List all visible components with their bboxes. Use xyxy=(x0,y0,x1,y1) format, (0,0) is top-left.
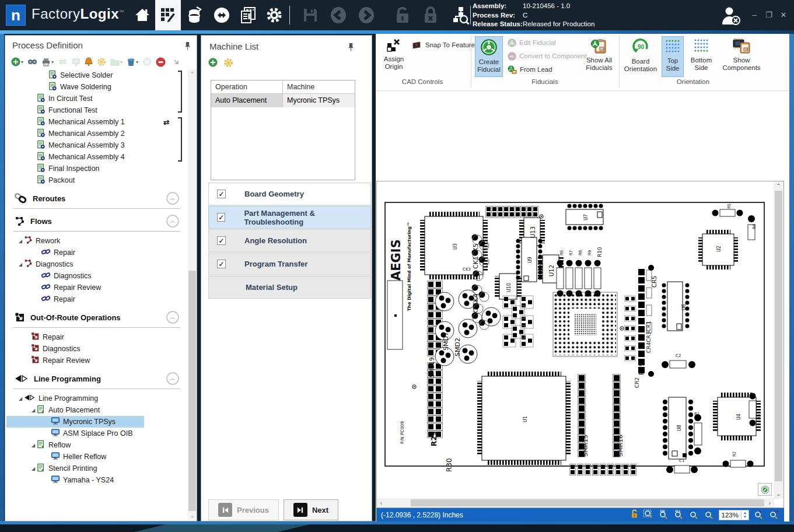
collapse-button[interactable]: ︿ xyxy=(166,192,179,205)
find-button[interactable] xyxy=(27,58,37,66)
previous-button[interactable]: Previous xyxy=(208,499,279,520)
add-machine-button[interactable] xyxy=(208,58,218,70)
zoom-out-double-icon[interactable]: -- xyxy=(688,509,699,521)
expander-icon[interactable]: ◢ xyxy=(17,396,24,401)
viewer-vertical-scrollbar[interactable]: ⌃ ⌄ xyxy=(774,181,783,498)
tree-item-packout[interactable]: Packout xyxy=(6,174,187,186)
step-program-transfer[interactable]: ✓Program Transfer xyxy=(208,253,371,275)
machine-settings-button[interactable] xyxy=(223,58,233,70)
zoom-in-double-icon[interactable]: ++ xyxy=(769,509,781,521)
cad-viewer[interactable]: AEGISThe Digital Mind of Manufacturing™P… xyxy=(376,181,784,508)
tree-item-oor-diagnostics[interactable]: Diagnostics xyxy=(6,343,187,355)
board-view-button[interactable] xyxy=(72,58,81,66)
scroll-thumb[interactable] xyxy=(188,271,196,511)
scroll-right-icon[interactable]: › xyxy=(765,498,774,508)
tree-item-in-circuit-test[interactable]: In Circuit Test xyxy=(6,93,187,104)
show-components-button[interactable]: OK Show Components xyxy=(720,36,763,77)
spinner-up-icon[interactable]: ▲ xyxy=(743,511,747,515)
zoom-in-icon[interactable]: + xyxy=(754,509,764,521)
lock-revoke-button[interactable] xyxy=(418,0,443,30)
scroll-thumb[interactable] xyxy=(775,191,782,481)
tree-item-stencil-printing[interactable]: ◢Stencil Printing xyxy=(6,463,187,474)
pin-icon[interactable] xyxy=(184,41,191,52)
tree-item-mechanical-assembly-2[interactable]: Mechanical Assembly 2 xyxy=(6,128,187,139)
alert-button[interactable] xyxy=(85,57,93,66)
tree-item-yamaha-ys24[interactable]: Yamaha - YS24 xyxy=(6,474,187,486)
collapse-button[interactable]: ︿ xyxy=(166,215,179,228)
swap-operations-button[interactable] xyxy=(58,58,68,66)
zoom-out-icon[interactable]: - xyxy=(704,509,714,521)
tree-item-line-programming[interactable]: ◢Line Programming xyxy=(6,393,187,404)
tree-item-oor-repair[interactable]: Repair xyxy=(6,331,187,343)
refresh-button[interactable] xyxy=(142,57,152,66)
unlock-button[interactable] xyxy=(390,0,415,30)
tree-item-diagnostics-flow[interactable]: ◢Diagnostics xyxy=(6,258,187,270)
tree-item-reflow[interactable]: ◢Reflow xyxy=(6,439,187,451)
export-button[interactable]: ▾ xyxy=(110,58,123,66)
board-orientation-button[interactable]: 90 Board Orientation xyxy=(622,36,659,77)
tree-item-selective-solder[interactable]: Selective Solder xyxy=(6,69,187,81)
tree-item-repair-review[interactable]: Repair Review xyxy=(6,282,187,293)
expander-icon[interactable]: ◢ xyxy=(17,262,24,267)
expander-icon[interactable]: ◢ xyxy=(17,239,24,244)
tree-item-auto-placement[interactable]: ◢Auto Placement xyxy=(6,404,187,416)
checkbox-checked-icon[interactable]: ✓ xyxy=(217,213,225,222)
cell-machine[interactable]: Mycronic TPSys xyxy=(283,94,355,107)
step-board-geometry[interactable]: ✓Board Geometry xyxy=(208,183,371,205)
tree-item-wave-soldering[interactable]: Wave Soldering xyxy=(6,81,187,93)
stop-button[interactable] xyxy=(156,57,166,67)
section-flows[interactable]: Flows ︿ xyxy=(6,212,187,230)
step-angle-resolution[interactable]: ✓Angle Resolution xyxy=(208,229,371,252)
tree-item-rework[interactable]: ◢Rework xyxy=(6,235,187,247)
chevron-down-icon[interactable]: ▾ xyxy=(120,60,123,65)
machine-table-row[interactable]: Auto Placement Mycronic TPSys xyxy=(211,94,355,107)
expander-icon[interactable]: ◢ xyxy=(30,466,37,471)
section-line-programming[interactable]: Line Programming ︿ xyxy=(6,370,187,387)
section-out-of-route[interactable]: Out-Of-Route Operations ︿ xyxy=(6,309,187,326)
show-all-fiducials-button[interactable]: OK Show All Fiducials xyxy=(581,36,617,77)
zoom-level-value[interactable]: 123% xyxy=(719,512,741,519)
column-machine[interactable]: Machine xyxy=(283,80,355,93)
tree-item-final-inspection[interactable]: Final Inspection xyxy=(6,163,187,174)
top-side-button[interactable]: Top Side xyxy=(662,36,684,77)
tree-item-mechanical-assembly-3[interactable]: Mechanical Assembly 3 xyxy=(6,139,187,151)
pcb-canvas[interactable]: AEGISThe Digital Mind of Manufacturing™P… xyxy=(377,181,774,498)
tree-item-mycronic-tpsys[interactable]: Mycronic TPSys xyxy=(6,416,144,428)
minimize-button[interactable]: – xyxy=(748,10,761,19)
tree-item-diagnostics[interactable]: Diagnostics xyxy=(6,270,187,282)
machine-table-header[interactable]: Operation Machine xyxy=(211,80,355,94)
next-button[interactable]: Next xyxy=(284,499,338,520)
chevron-down-icon[interactable]: ▾ xyxy=(51,60,54,65)
add-operation-button[interactable]: ▾ xyxy=(11,57,23,66)
back-button[interactable] xyxy=(326,0,351,30)
viewer-horizontal-scrollbar[interactable]: ‹ › xyxy=(377,498,774,508)
tree-item-oor-repair-review[interactable]: Repair Review xyxy=(6,355,187,366)
tree-item-rework-repair[interactable]: Repair xyxy=(6,247,187,258)
zoom-window-icon[interactable] xyxy=(643,509,653,521)
zoom-100-icon[interactable]: 100 xyxy=(658,509,669,521)
zoom-spinner[interactable]: ▲▼ xyxy=(741,510,748,520)
materials-button[interactable] xyxy=(182,0,208,30)
tree-item-heller-reflow[interactable]: Heller Reflow xyxy=(6,451,187,463)
print-button[interactable]: ▾ xyxy=(41,58,54,66)
forward-button[interactable] xyxy=(354,0,379,30)
snap-to-feature-button[interactable]: Snap To Feature xyxy=(412,38,475,51)
lock-zoom-icon[interactable] xyxy=(631,509,638,520)
zoom-all-icon[interactable]: ALL xyxy=(673,509,684,521)
chevron-down-icon[interactable]: ▾ xyxy=(136,60,138,65)
collapse-button[interactable]: ︿ xyxy=(166,311,179,324)
pin-icon[interactable] xyxy=(348,43,354,54)
bottom-side-button[interactable]: Bottom Side xyxy=(686,36,716,77)
maximize-button[interactable]: ❐ xyxy=(762,10,775,19)
step-material-setup[interactable]: Material Setup xyxy=(208,276,371,299)
documents-button[interactable] xyxy=(236,0,261,30)
step-part-management[interactable]: ✓Part Management & Troubleshooting xyxy=(208,206,371,229)
tree-item-asm-siplace[interactable]: ASM Siplace Pro OIB xyxy=(6,428,187,439)
process-editor-button[interactable] xyxy=(155,0,181,30)
convert-to-component-button[interactable]: Convert to Component xyxy=(508,50,587,62)
transfer-button[interactable] xyxy=(209,0,235,30)
zoom-level-control[interactable]: 123% ▲▼ xyxy=(719,510,749,520)
process-scrollbar[interactable]: ⌃ ⌄ xyxy=(188,69,197,520)
collapse-corner-icon[interactable] xyxy=(173,59,180,65)
configure-button[interactable] xyxy=(97,57,106,66)
